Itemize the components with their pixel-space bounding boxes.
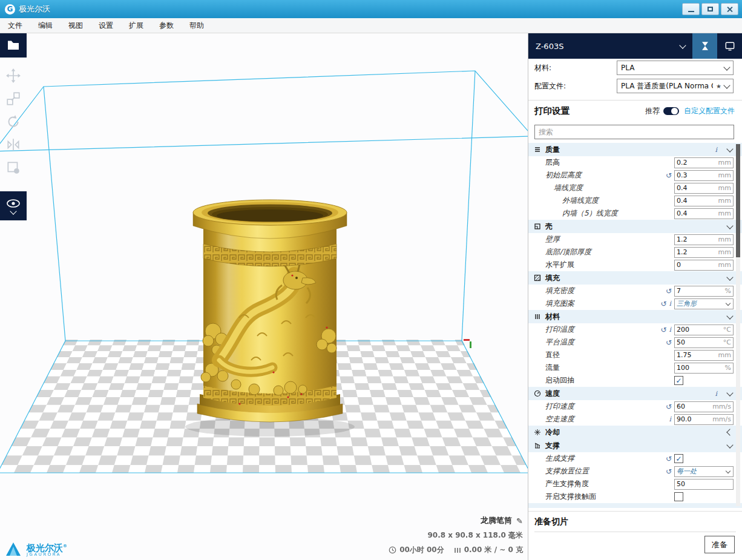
- reset-icon[interactable]: ↺: [666, 339, 672, 346]
- menu-edit[interactable]: 编辑: [30, 18, 61, 33]
- profile-dropdown[interactable]: PLA 普通质量(PLA Norma Qua ★: [617, 79, 734, 93]
- per-model-settings-icon: [5, 160, 21, 176]
- material-dropdown[interactable]: PLA: [617, 61, 734, 75]
- setting-row: 开启支撑接触面: [528, 490, 742, 503]
- menu-settings[interactable]: 设置: [91, 18, 121, 33]
- setting-value: 50: [675, 338, 723, 346]
- support-icon: [533, 442, 541, 450]
- rotate-icon: [5, 114, 21, 130]
- setting-label: 初始层高度: [528, 170, 582, 180]
- setting-input[interactable]: 60mm/s: [674, 401, 734, 412]
- shell-icon: [533, 223, 541, 231]
- rotate-tool-button[interactable]: [0, 110, 27, 133]
- setting-label: 生成支撑: [528, 453, 574, 464]
- setting-input[interactable]: 0.4mm: [674, 208, 734, 219]
- setting-input[interactable]: 0.2mm: [674, 157, 734, 168]
- setting-input[interactable]: 50°C: [674, 337, 734, 348]
- info-icon[interactable]: i: [715, 390, 717, 398]
- checkbox[interactable]: ✓: [674, 376, 683, 385]
- close-button[interactable]: [721, 3, 738, 15]
- menu-extensions[interactable]: 扩展: [121, 18, 151, 33]
- setting-input[interactable]: 100%: [674, 363, 734, 374]
- monitor-stage-button[interactable]: [717, 33, 742, 59]
- prepare-button[interactable]: 准备: [704, 536, 735, 553]
- reset-icon[interactable]: ↺: [666, 288, 672, 295]
- slice-section-title: 准备切片: [534, 516, 742, 527]
- printer-name: Z-603S: [536, 42, 563, 51]
- setting-input[interactable]: 1.75mm: [674, 350, 734, 361]
- checkbox[interactable]: [674, 492, 683, 501]
- setting-input[interactable]: 0.4mm: [674, 183, 734, 194]
- recommended-custom-toggle[interactable]: [663, 107, 679, 115]
- setting-row: 流量 100%: [528, 361, 742, 374]
- info-icon[interactable]: i: [669, 415, 671, 423]
- info-icon[interactable]: i: [669, 326, 671, 334]
- model-dragon-pen-holder[interactable]: [185, 200, 355, 436]
- setting-unit: mm: [718, 159, 733, 166]
- section-header-speed[interactable]: 速度 i: [528, 387, 742, 400]
- settings-scrollbar[interactable]: [736, 144, 740, 506]
- setting-row: 平台温度 ↺ 50°C: [528, 336, 742, 349]
- setting-label: 水平扩展: [528, 260, 574, 270]
- setting-unit: mm: [718, 184, 733, 192]
- view-mode-button[interactable]: [0, 191, 27, 220]
- hourglass-icon: [699, 40, 711, 52]
- info-icon[interactable]: i: [715, 146, 717, 154]
- section-header-support[interactable]: 支撑: [528, 439, 742, 452]
- reset-icon[interactable]: ↺: [666, 403, 672, 410]
- setting-dropdown[interactable]: 每一处: [674, 466, 734, 477]
- reset-icon[interactable]: ↺: [660, 300, 666, 308]
- setting-input[interactable]: 1.2mm: [674, 234, 734, 245]
- setting-value: 7: [675, 287, 725, 295]
- scale-tool-button[interactable]: [0, 87, 27, 110]
- setting-row: 墙线宽度 0.4mm: [528, 182, 742, 194]
- checkbox[interactable]: ✓: [674, 454, 683, 463]
- setting-label: 墙线宽度: [528, 183, 583, 193]
- setting-input[interactable]: 0.3mm: [674, 170, 734, 181]
- menu-help[interactable]: 帮助: [182, 18, 212, 33]
- open-file-button[interactable]: [0, 33, 27, 58]
- setting-input[interactable]: 90.0mm/s: [674, 414, 734, 425]
- menu-file[interactable]: 文件: [0, 18, 30, 33]
- reset-icon[interactable]: ↺: [666, 172, 672, 179]
- rename-pencil-icon[interactable]: ✎: [516, 516, 523, 525]
- mirror-tool-button[interactable]: [0, 133, 27, 156]
- minimize-button[interactable]: [682, 3, 700, 15]
- maximize-button[interactable]: [701, 3, 719, 15]
- reset-icon[interactable]: ↺: [666, 455, 672, 463]
- material-usage: 0.00 米 / ~ 0 克: [464, 545, 523, 555]
- section-header-quality[interactable]: 质量 i: [528, 143, 742, 156]
- model-dimensions: 90.8 x 90.8 x 118.0 毫米: [389, 530, 523, 541]
- search-input[interactable]: [534, 125, 734, 139]
- setting-input[interactable]: 1.2mm: [674, 247, 734, 258]
- section-header-infill[interactable]: 填充: [528, 271, 742, 285]
- chevron-down-icon: [726, 300, 731, 305]
- menu-parameters[interactable]: 参数: [151, 18, 182, 33]
- print-settings-header: 打印设置 推荐 自定义配置文件: [528, 100, 742, 121]
- setting-input[interactable]: 0mm: [674, 260, 734, 271]
- reset-icon[interactable]: ↺: [666, 468, 672, 475]
- divider: [534, 532, 736, 532]
- setting-row: 内墙（5）线宽度 0.4mm: [528, 207, 742, 220]
- menu-view[interactable]: 视图: [61, 18, 91, 33]
- reset-icon[interactable]: ↺: [660, 326, 666, 334]
- move-tool-button[interactable]: [0, 64, 27, 87]
- infill-icon: [533, 274, 541, 282]
- section-header-material[interactable]: 材料: [528, 310, 742, 323]
- setting-input[interactable]: 7%: [674, 286, 734, 297]
- section-header-cooling[interactable]: 冷却: [528, 426, 742, 439]
- custom-profile-link[interactable]: 自定义配置文件: [684, 106, 735, 116]
- printer-dropdown[interactable]: Z-603S: [528, 33, 692, 59]
- setting-input[interactable]: 50: [674, 479, 734, 490]
- setting-input[interactable]: 0.4mm: [674, 196, 734, 206]
- section-header-shell[interactable]: 壳: [528, 220, 742, 233]
- scrollbar-thumb[interactable]: [736, 144, 740, 257]
- per-model-settings-button[interactable]: [0, 156, 27, 179]
- setting-input[interactable]: 200°C: [674, 324, 734, 335]
- prepare-stage-button[interactable]: [692, 33, 717, 59]
- section-header-partial[interactable]: [528, 503, 742, 508]
- setting-label: 流量: [528, 363, 560, 373]
- setting-dropdown[interactable]: 三角形: [674, 298, 734, 309]
- info-icon[interactable]: i: [669, 300, 671, 308]
- settings-list: 质量 i 层高 0.2mm 初始层高度 ↺ 0.3mm 墙线宽度 0.4mm: [528, 143, 742, 508]
